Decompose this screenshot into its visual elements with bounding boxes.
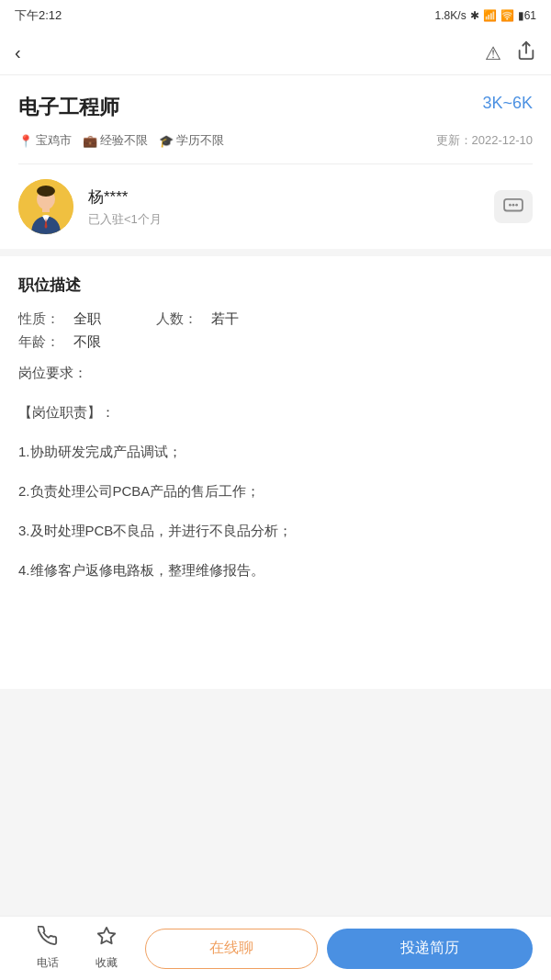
desc-item-1: 1.协助研发完成产品调试； (18, 439, 533, 464)
svg-point-7 (512, 204, 515, 207)
age-row: 年龄： 不限 (18, 333, 533, 351)
education-meta: 🎓 学历不限 (159, 132, 224, 149)
update-date: 更新：2022-12-10 (436, 132, 534, 149)
location-icon: 📍 (18, 134, 33, 148)
svg-rect-3 (42, 208, 50, 212)
svg-marker-9 (98, 928, 115, 943)
avatar (18, 179, 73, 234)
phone-action[interactable]: 电话 (18, 926, 77, 971)
divider-1 (18, 163, 533, 164)
share-icon[interactable] (516, 40, 536, 65)
nature-row: 性质： 全职 人数： 若干 (18, 310, 533, 328)
age-label: 年龄： (18, 333, 73, 351)
bottom-bar: 电话 收藏 在线聊 投递简历 (0, 916, 551, 980)
job-salary: 3K~6K (482, 94, 533, 113)
battery-icon: ▮61 (518, 9, 536, 22)
responsibilities-label: 【岗位职责】： (18, 400, 533, 424)
alert-icon[interactable]: ⚠ (485, 42, 501, 64)
apply-button[interactable]: 投递简历 (327, 929, 533, 969)
collect-action[interactable]: 收藏 (77, 926, 136, 971)
status-bar: 下午2:12 1.8K/s ✱ 📶 🛜 ▮61 (0, 0, 551, 31)
nav-actions: ⚠ (485, 40, 536, 65)
phone-label: 电话 (37, 955, 59, 971)
desc-body: 岗位要求： 【岗位职责】： 1.协助研发完成产品调试； 2.负责处理公司PCBA… (18, 360, 533, 582)
main-content: 电子工程师 3K~6K 📍 宝鸡市 💼 经验不限 🎓 学历不限 更新：2022-… (0, 75, 551, 689)
nav-bar: ‹ ⚠ (0, 31, 551, 75)
requirements-label: 岗位要求： (18, 360, 533, 385)
wifi-icon: 🛜 (500, 9, 514, 22)
education-text: 学历不限 (176, 132, 224, 149)
svg-point-4 (37, 186, 55, 197)
experience-text: 经验不限 (100, 132, 148, 149)
online-chat-button[interactable]: 在线聊 (145, 929, 318, 969)
message-button[interactable] (494, 190, 533, 223)
bottom-padding (18, 615, 533, 689)
job-header: 电子工程师 3K~6K (18, 94, 533, 121)
status-icons: 1.8K/s ✱ 📶 🛜 ▮61 (435, 9, 536, 22)
star-icon (96, 926, 117, 952)
network-speed: 1.8K/s (435, 9, 467, 22)
desc-item-3: 3.及时处理PCB不良品，并进行不良品分析； (18, 518, 533, 543)
briefcase-icon: 💼 (83, 134, 97, 148)
phone-icon (38, 926, 58, 952)
recruiter-name: 杨**** (88, 186, 479, 208)
education-icon: 🎓 (159, 134, 174, 148)
job-title: 电子工程师 (18, 94, 119, 121)
nature-label: 性质： (18, 310, 73, 328)
section-divider (0, 249, 551, 256)
recruiter-info: 杨**** 已入驻<1个月 (88, 186, 479, 228)
desc-section-title: 职位描述 (18, 275, 533, 296)
recruiter-tenure: 已入驻<1个月 (88, 211, 479, 228)
collect-label: 收藏 (96, 955, 118, 971)
count-label: 人数： (156, 310, 211, 328)
desc-item-2: 2.负责处理公司PCBA产品的售后工作； (18, 479, 533, 503)
location-meta: 📍 宝鸡市 (18, 132, 72, 149)
age-value: 不限 (73, 333, 101, 351)
bluetooth-icon: ✱ (470, 9, 479, 22)
svg-point-6 (509, 204, 512, 207)
signal-icon: 📶 (483, 9, 497, 22)
location-text: 宝鸡市 (36, 132, 72, 149)
job-meta: 📍 宝鸡市 💼 经验不限 🎓 学历不限 更新：2022-12-10 (18, 132, 533, 149)
status-time: 下午2:12 (15, 7, 62, 24)
desc-item-4: 4.维修客户返修电路板，整理维修报告。 (18, 558, 533, 582)
experience-meta: 💼 经验不限 (83, 132, 148, 149)
nature-value: 全职 (73, 310, 101, 328)
count-value: 若干 (211, 310, 239, 328)
back-button[interactable]: ‹ (15, 42, 21, 63)
job-description: 职位描述 性质： 全职 人数： 若干 年龄： 不限 岗位要求： 【岗位职责】： … (18, 256, 533, 615)
svg-point-8 (515, 204, 518, 207)
recruiter-section: 杨**** 已入驻<1个月 (18, 179, 533, 249)
